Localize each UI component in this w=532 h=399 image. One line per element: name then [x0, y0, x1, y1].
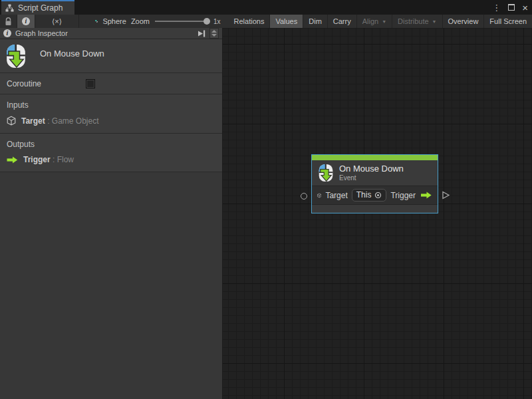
output-port-row: Trigger : Flow	[7, 155, 215, 164]
flow-arrow-icon	[7, 156, 18, 164]
inspector-event-header: On Mouse Down	[0, 39, 222, 73]
button-label: Distribute	[398, 17, 428, 25]
graph-canvas[interactable]: On Mouse Down Event Target This Tr	[223, 28, 532, 399]
target-value-field[interactable]: This	[352, 189, 387, 201]
edit-graph-button[interactable]: ⟨×⟩	[35, 15, 79, 28]
on-mouse-down-node[interactable]: On Mouse Down Event Target This Tr	[311, 154, 438, 213]
game-object-cube-icon	[317, 191, 321, 200]
chevron-down-icon: ▼	[382, 19, 386, 24]
graph-toolbar: i ⟨×⟩ Sphere Zoom 1x Relations Values Di…	[0, 15, 532, 28]
node-output-label: Trigger	[390, 191, 416, 200]
code-icon: ⟨×⟩	[52, 17, 62, 26]
zoom-slider[interactable]	[155, 21, 208, 22]
node-footer	[312, 205, 438, 213]
zoom-slider-handle[interactable]	[203, 18, 210, 25]
inspector-event-title: On Mouse Down	[40, 49, 104, 59]
window-controls: ⋮ ×	[492, 0, 528, 15]
node-subtitle: Event	[339, 174, 404, 182]
mouse-down-icon	[319, 164, 333, 182]
zoom-value: 1x	[213, 18, 221, 25]
node-header[interactable]: On Mouse Down Event	[312, 160, 438, 186]
button-label: Dim	[309, 17, 322, 25]
coroutine-label: Coroutine	[7, 79, 41, 88]
output-port-name: Trigger	[23, 155, 51, 164]
panel-scroller[interactable]	[209, 28, 219, 39]
button-label: Align	[362, 17, 378, 25]
target-value: This	[356, 190, 372, 200]
object-picker-icon[interactable]	[374, 192, 382, 199]
button-label: Relations	[234, 17, 265, 25]
node-input-label: Target	[325, 191, 347, 200]
inputs-header: Inputs	[7, 100, 215, 110]
script-graph-asset-icon	[95, 17, 98, 26]
button-label: Carry	[333, 17, 351, 25]
lock-icon	[5, 17, 12, 26]
inputs-section: Inputs Target : Game Object	[0, 94, 222, 134]
main-area: i Graph Inspector On Mouse Down	[0, 28, 532, 399]
toolbar-button-align[interactable]: Align ▼	[357, 15, 392, 28]
tab-script-graph[interactable]: Script Graph	[1, 0, 74, 15]
inspector-title: Graph Inspector	[15, 29, 68, 37]
node-input-port[interactable]	[301, 193, 307, 200]
output-port-type: : Flow	[53, 155, 74, 164]
toolbar-button-full-screen[interactable]: Full Screen	[484, 15, 532, 28]
tab-title: Script Graph	[18, 3, 63, 13]
lock-button[interactable]	[0, 15, 17, 28]
input-port-row: Target : Game Object	[7, 116, 215, 126]
node-output-port[interactable]	[442, 191, 450, 200]
input-port-type: : Game Object	[47, 116, 98, 126]
toolbar-button-values[interactable]: Values	[270, 15, 303, 28]
maximize-icon[interactable]	[508, 4, 515, 11]
button-label: Full Screen	[489, 17, 527, 25]
button-label: Values	[275, 17, 297, 25]
info-icon: i	[22, 17, 30, 25]
graph-inspector-panel: i Graph Inspector On Mouse Down	[0, 28, 223, 399]
scroll-up-icon[interactable]	[211, 30, 217, 33]
toolbar-button-relations[interactable]: Relations	[229, 15, 271, 28]
coroutine-row: Coroutine	[0, 73, 222, 94]
toolbar-button-overview[interactable]: Overview	[443, 15, 485, 28]
scroll-down-icon[interactable]	[211, 34, 217, 37]
dock-panel-icon[interactable]	[198, 30, 205, 37]
close-icon[interactable]: ×	[522, 3, 528, 13]
node-title: On Mouse Down	[339, 164, 404, 174]
input-port-name: Target	[21, 116, 45, 126]
kebab-menu-icon[interactable]: ⋮	[492, 3, 501, 12]
mouse-down-icon	[6, 44, 26, 68]
outputs-section: Outputs Trigger : Flow	[0, 134, 222, 172]
inspector-empty-area	[0, 172, 222, 399]
window-tab-bar: Script Graph ⋮ ×	[0, 0, 532, 15]
outputs-header: Outputs	[7, 140, 215, 149]
coroutine-checkbox[interactable]	[86, 79, 95, 88]
node-output-group: Trigger	[390, 191, 432, 200]
event-accent-bar	[312, 155, 438, 160]
toolbar-button-dim[interactable]: Dim	[303, 15, 328, 28]
inspector-toggle-button[interactable]: i	[17, 15, 35, 28]
zoom-label: Zoom	[131, 17, 150, 25]
flow-arrow-icon	[420, 192, 432, 199]
game-object-cube-icon	[7, 116, 16, 126]
inspector-title-bar: i Graph Inspector	[0, 28, 222, 39]
graph-context-segment: Sphere Zoom 1x	[79, 15, 229, 28]
toolbar-button-distribute[interactable]: Distribute ▼	[392, 15, 442, 28]
info-icon: i	[3, 29, 11, 37]
toolbar-button-carry[interactable]: Carry	[328, 15, 357, 28]
zoom-control: Zoom 1x	[131, 17, 229, 25]
chevron-down-icon: ▼	[432, 19, 437, 24]
button-label: Overview	[448, 17, 479, 25]
graph-object-name: Sphere	[102, 17, 126, 25]
node-port-row: Target This Trigger	[312, 186, 438, 205]
graph-hierarchy-icon	[5, 4, 14, 12]
